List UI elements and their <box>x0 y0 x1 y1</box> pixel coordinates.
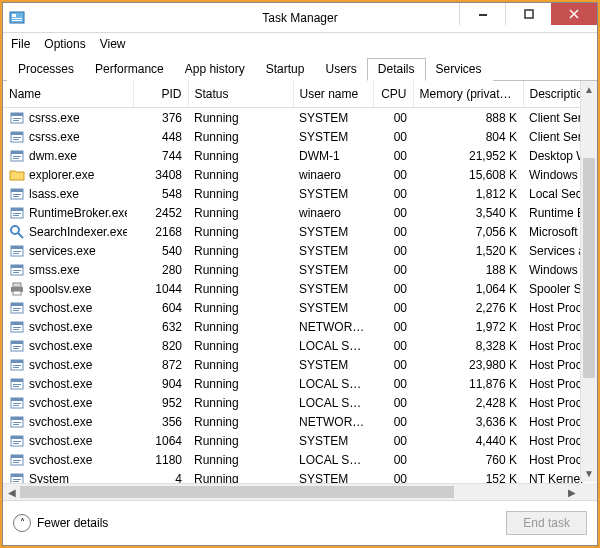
cell-user: SYSTEM <box>293 184 373 203</box>
tab-processes[interactable]: Processes <box>7 58 85 81</box>
menu-file[interactable]: File <box>11 37 30 51</box>
menu-options[interactable]: Options <box>44 37 85 51</box>
process-grid: Name PID Status User name CPU Memory (pr… <box>3 81 597 501</box>
cell-pid: 1180 <box>133 450 188 469</box>
cell-user: SYSTEM <box>293 108 373 128</box>
table-row[interactable]: svchost.exe356RunningNETWORK...003,636 K… <box>3 412 597 431</box>
tab-users[interactable]: Users <box>314 58 367 81</box>
menu-view[interactable]: View <box>100 37 126 51</box>
vertical-scrollbar[interactable]: ▲ ▼ <box>580 81 597 482</box>
process-table: Name PID Status User name CPU Memory (pr… <box>3 81 597 501</box>
table-row[interactable]: svchost.exe1180RunningLOCAL SE...00760 K… <box>3 450 597 469</box>
cell-pid: 1064 <box>133 431 188 450</box>
svg-rect-63 <box>13 403 21 404</box>
cell-pid: 872 <box>133 355 188 374</box>
cell-status: Running <box>188 412 293 431</box>
table-row[interactable]: svchost.exe904RunningLOCAL SE...0011,876… <box>3 374 597 393</box>
table-row[interactable]: smss.exe280RunningSYSTEM00188 KWindows <box>3 260 597 279</box>
table-row[interactable]: svchost.exe872RunningSYSTEM0023,980 KHos… <box>3 355 597 374</box>
svg-rect-27 <box>13 215 19 216</box>
table-row[interactable]: explorer.exe3408Runningwinaero0015,608 K… <box>3 165 597 184</box>
cell-cpu: 00 <box>373 450 413 469</box>
cell-cpu: 00 <box>373 431 413 450</box>
svg-rect-75 <box>13 460 21 461</box>
cell-mem: 21,952 K <box>413 146 523 165</box>
process-icon <box>9 243 25 259</box>
cell-status: Running <box>188 431 293 450</box>
tab-performance[interactable]: Performance <box>84 58 175 81</box>
svg-rect-0 <box>10 12 24 23</box>
table-row[interactable]: RuntimeBroker.exe2452Runningwinaero003,5… <box>3 203 597 222</box>
table-row[interactable]: svchost.exe820RunningLOCAL SE...008,328 … <box>3 336 597 355</box>
process-icon <box>9 338 25 354</box>
table-row[interactable]: svchost.exe604RunningSYSTEM002,276 KHost… <box>3 298 597 317</box>
svg-rect-10 <box>13 118 21 119</box>
cell-user: SYSTEM <box>293 222 373 241</box>
scroll-thumb-h[interactable] <box>20 486 454 498</box>
horizontal-scrollbar[interactable]: ◀ ▶ <box>3 483 580 500</box>
table-row[interactable]: svchost.exe632RunningNETWORK...001,972 K… <box>3 317 597 336</box>
cell-user: NETWORK... <box>293 317 373 336</box>
table-row[interactable]: services.exe540RunningSYSTEM001,520 KSer… <box>3 241 597 260</box>
tab-startup[interactable]: Startup <box>255 58 316 81</box>
cell-mem: 3,636 K <box>413 412 523 431</box>
fewer-details-button[interactable]: ˄ Fewer details <box>13 514 108 532</box>
table-row[interactable]: lsass.exe548RunningSYSTEM001,812 KLocal … <box>3 184 597 203</box>
tab-details[interactable]: Details <box>367 58 426 81</box>
cell-status: Running <box>188 279 293 298</box>
col-header-user[interactable]: User name <box>293 81 373 108</box>
svg-rect-32 <box>13 251 21 252</box>
maximize-button[interactable] <box>505 3 551 25</box>
tab-app-history[interactable]: App history <box>174 58 256 81</box>
process-name: svchost.exe <box>29 396 92 410</box>
svg-rect-21 <box>11 189 23 192</box>
table-row[interactable]: svchost.exe1064RunningSYSTEM004,440 KHos… <box>3 431 597 450</box>
minimize-button[interactable] <box>459 3 505 25</box>
table-row[interactable]: spoolsv.exe1044RunningSYSTEM001,064 KSpo… <box>3 279 597 298</box>
col-header-name[interactable]: Name <box>3 81 133 108</box>
svg-rect-70 <box>11 436 23 439</box>
col-header-status[interactable]: Status <box>188 81 293 108</box>
cell-cpu: 00 <box>373 279 413 298</box>
table-row[interactable]: SearchIndexer.exe2168RunningSYSTEM007,05… <box>3 222 597 241</box>
cell-user: LOCAL SE... <box>293 393 373 412</box>
scroll-thumb[interactable] <box>583 158 595 378</box>
cell-cpu: 00 <box>373 165 413 184</box>
table-row[interactable]: svchost.exe952RunningLOCAL SE...002,428 … <box>3 393 597 412</box>
svg-rect-1 <box>12 14 16 17</box>
taskmgr-icon <box>9 10 25 26</box>
table-row[interactable]: csrss.exe376RunningSYSTEM00888 KClient S… <box>3 108 597 128</box>
table-header-row: Name PID Status User name CPU Memory (pr… <box>3 81 597 108</box>
svg-rect-19 <box>13 158 19 159</box>
svg-rect-79 <box>13 479 21 480</box>
cell-mem: 3,540 K <box>413 203 523 222</box>
cell-mem: 188 K <box>413 260 523 279</box>
scroll-left-icon[interactable]: ◀ <box>3 484 20 500</box>
col-header-pid[interactable]: PID <box>133 81 188 108</box>
process-name: svchost.exe <box>29 453 92 467</box>
svg-rect-55 <box>13 365 21 366</box>
process-icon <box>9 262 25 278</box>
process-name: explorer.exe <box>29 168 94 182</box>
cell-pid: 1044 <box>133 279 188 298</box>
cell-user: winaero <box>293 165 373 184</box>
titlebar[interactable]: Task Manager <box>3 3 597 33</box>
cell-cpu: 00 <box>373 184 413 203</box>
process-name: csrss.exe <box>29 130 80 144</box>
scroll-down-icon[interactable]: ▼ <box>581 465 597 482</box>
col-header-cpu[interactable]: CPU <box>373 81 413 108</box>
close-button[interactable] <box>551 3 597 25</box>
cell-status: Running <box>188 165 293 184</box>
cell-pid: 2168 <box>133 222 188 241</box>
end-task-button[interactable]: End task <box>506 511 587 535</box>
cell-status: Running <box>188 241 293 260</box>
tab-services[interactable]: Services <box>425 58 493 81</box>
scroll-up-icon[interactable]: ▲ <box>581 81 597 98</box>
cell-cpu: 00 <box>373 393 413 412</box>
table-row[interactable]: csrss.exe448RunningSYSTEM00804 KClient S… <box>3 127 597 146</box>
table-row[interactable]: dwm.exe744RunningDWM-10021,952 KDesktop … <box>3 146 597 165</box>
process-name: csrss.exe <box>29 111 80 125</box>
col-header-mem[interactable]: Memory (private w... <box>413 81 523 108</box>
cell-mem: 2,428 K <box>413 393 523 412</box>
scroll-right-icon[interactable]: ▶ <box>563 484 580 500</box>
